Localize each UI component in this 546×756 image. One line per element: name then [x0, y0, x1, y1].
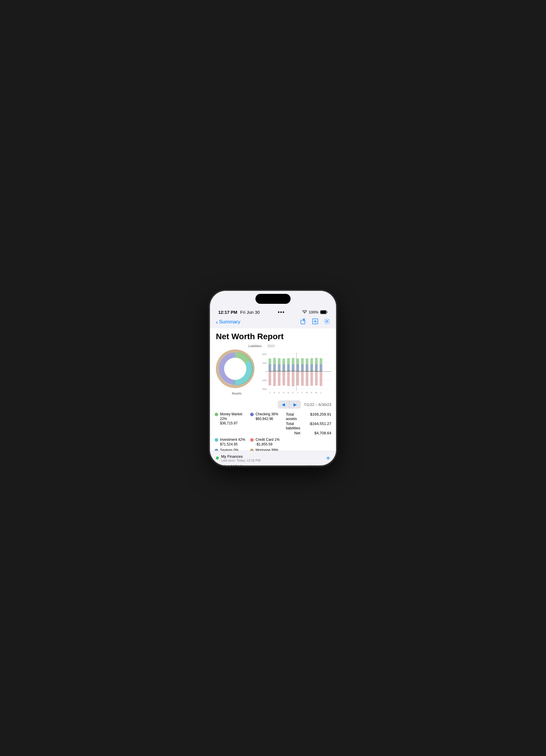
svg-rect-50	[283, 371, 285, 385]
bar-chart-wrap: 2023 200K 100K 0 100K	[261, 344, 331, 396]
back-label: Summary	[219, 319, 240, 325]
svg-rect-38	[301, 364, 304, 371]
svg-text:200K: 200K	[262, 388, 267, 390]
svg-rect-3	[301, 320, 305, 324]
legend-amount-investment: $71,524.95	[220, 442, 245, 446]
legend-amount-checking: $60,942.96	[255, 417, 278, 421]
totals-net-row: Net $4,708.64	[295, 431, 331, 435]
legend-label-checking: Checking 36%	[255, 412, 278, 417]
legend-dot-credit-card	[250, 438, 254, 442]
dot1	[278, 311, 280, 313]
date-nav-buttons: ◀ ▶	[278, 400, 301, 409]
add-button[interactable]: +	[326, 454, 330, 462]
battery-icon	[320, 310, 328, 314]
total-assets-value: $169,259.91	[305, 412, 331, 421]
svg-text:J: J	[269, 391, 270, 393]
svg-rect-55	[306, 371, 309, 386]
next-date-button[interactable]: ▶	[290, 400, 301, 409]
svg-rect-57	[315, 371, 318, 385]
totals-assets-row: Total assets $169,259.91	[286, 412, 331, 421]
page-title: Net Worth Report	[210, 328, 336, 344]
legend-item-money-market: Money Market 22% $36,715.97	[215, 412, 248, 436]
svg-text:F: F	[302, 391, 303, 393]
svg-rect-1	[327, 311, 328, 313]
svg-text:A: A	[274, 391, 275, 393]
chart-year-label: 2023	[267, 344, 331, 348]
svg-text:A: A	[311, 391, 312, 393]
back-button[interactable]: ‹ Summary	[216, 319, 240, 325]
assets-label: Assets	[215, 392, 258, 395]
legend-item-investment: Investment 42% $71,524.95	[215, 438, 248, 446]
sync-name: My Finances	[221, 454, 260, 459]
chart-section: Liabilities	[210, 344, 336, 399]
legend-amount-money-market: $36,715.97	[220, 421, 248, 425]
status-date: Fri Jun 30	[240, 310, 260, 315]
share-icon[interactable]	[300, 318, 307, 326]
bottom-bar: My Finances Last sync: Today, 12:16 PM +	[210, 451, 336, 465]
legend-text-investment: Investment 42% $71,524.95	[220, 438, 245, 446]
legend-label-money-market: Money Market 22%	[220, 412, 248, 421]
nav-actions	[300, 318, 330, 326]
prev-date-button[interactable]: ◀	[278, 400, 290, 409]
svg-rect-49	[278, 371, 281, 386]
svg-text:M: M	[306, 391, 308, 393]
dot2	[280, 311, 282, 313]
svg-text:0: 0	[266, 371, 267, 373]
back-chevron-icon: ‹	[216, 319, 218, 325]
nav-bar: ‹ Summary	[210, 317, 336, 328]
legend-item-credit-card: Credit Card 1% -$1,855.59	[250, 438, 283, 446]
donut-chart	[215, 348, 256, 389]
donut-svg-wrap	[215, 348, 258, 390]
svg-text:M: M	[316, 391, 317, 393]
net-label: Net	[295, 431, 300, 435]
svg-text:N: N	[288, 391, 289, 393]
svg-text:100K: 100K	[262, 379, 267, 381]
svg-rect-33	[292, 364, 295, 371]
date-nav: ◀ ▶ 7/1/22 – 6/30/23	[210, 399, 336, 410]
legend-spacer-1	[286, 438, 331, 446]
svg-text:100K: 100K	[262, 362, 267, 364]
svg-rect-31	[287, 364, 290, 371]
svg-rect-27	[278, 364, 281, 371]
legend-label-credit-card: Credit Card 1%	[255, 438, 280, 442]
sync-status: Last sync: Today, 12:16 PM	[221, 459, 260, 462]
svg-rect-54	[301, 371, 304, 386]
sync-info: My Finances Last sync: Today, 12:16 PM	[216, 454, 260, 462]
dynamic-island	[255, 294, 291, 304]
totals-liabilities-row: Total liabilities -$164,551.27	[286, 421, 331, 430]
svg-rect-52	[292, 371, 295, 386]
svg-rect-58	[320, 371, 322, 386]
settings-icon[interactable]	[324, 318, 330, 326]
legend-amount-credit-card: -$1,855.59	[255, 442, 280, 446]
total-assets-label: Total assets	[286, 412, 300, 421]
svg-text:D: D	[292, 391, 294, 393]
svg-text:S: S	[278, 391, 280, 393]
svg-rect-47	[268, 371, 271, 385]
totals-right: Total assets $169,259.91 Total liabiliti…	[286, 412, 331, 436]
legend-dot-investment	[215, 438, 218, 442]
legend-text-credit-card: Credit Card 1% -$1,855.59	[255, 438, 280, 446]
legend-text-checking: Checking 36% $60,942.96	[255, 412, 278, 421]
status-dots	[278, 311, 284, 313]
svg-point-11	[224, 358, 246, 380]
screen: 12:17 PM Fri Jun 30 100%	[210, 291, 336, 465]
svg-rect-36	[297, 364, 299, 371]
battery-text: 100%	[309, 310, 319, 314]
svg-rect-48	[273, 371, 276, 386]
sync-text-block: My Finances Last sync: Today, 12:16 PM	[221, 454, 260, 462]
date-range-text: 7/1/22 – 6/30/23	[304, 402, 331, 407]
main-content: Net Worth Report Liabilities	[210, 328, 336, 465]
svg-rect-44	[315, 364, 318, 371]
status-icons: 100%	[302, 310, 328, 314]
legend-label-investment: Investment 42%	[220, 438, 245, 442]
svg-point-8	[326, 320, 328, 322]
total-liabilities-label: Total liabilities	[286, 421, 300, 430]
device-frame: 12:17 PM Fri Jun 30 100%	[210, 291, 336, 465]
svg-text:200K: 200K	[262, 353, 267, 355]
liabilities-label: Liabilities	[248, 344, 261, 348]
add-chart-icon[interactable]	[312, 318, 319, 326]
status-bar: 12:17 PM Fri Jun 30 100%	[210, 306, 336, 317]
legend-dot-checking	[250, 413, 254, 416]
svg-rect-29	[283, 364, 285, 371]
chart-container: Liabilities	[215, 344, 331, 396]
